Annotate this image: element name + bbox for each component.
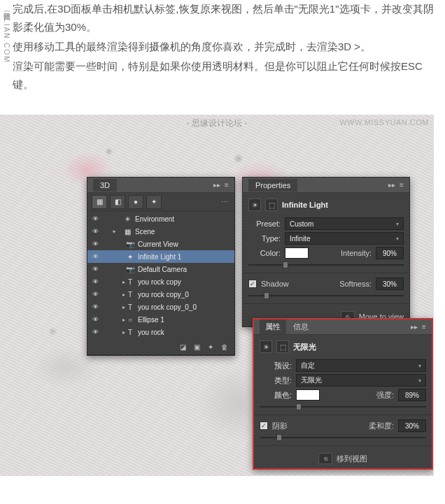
light-type-icon[interactable]: ☀	[260, 340, 272, 353]
scene-tree-row[interactable]: 👁☀Environment	[87, 213, 234, 225]
softness-slider[interactable]	[248, 292, 404, 299]
twist-icon[interactable]: ▾	[113, 229, 120, 235]
node-label: Default Camera	[138, 266, 187, 273]
properties-cn-body: ☀ ⬚ 无限光 预设: 自定▾ 类型: 无限光▾ 颜色: 强度: 89%	[254, 335, 432, 468]
new-light-icon[interactable]: ✦	[205, 342, 216, 353]
node-label: you rock	[138, 329, 164, 336]
node-type-icon: ☀	[122, 215, 132, 223]
intensity-slider[interactable]	[248, 261, 404, 268]
collapse-icon[interactable]: ▸▸	[409, 323, 419, 331]
panel-options-icon[interactable]: ⋯	[219, 196, 230, 208]
node-type-icon: 📷	[125, 240, 135, 248]
scene-tree-row[interactable]: 👁▸Tyou rock copy_0_0	[87, 301, 234, 313]
twist-icon[interactable]: ▸	[113, 279, 122, 285]
render-icon[interactable]: ▣	[191, 342, 202, 353]
node-label: Environment	[135, 215, 174, 223]
color-swatch-cn[interactable]	[296, 389, 320, 401]
node-label: Scene	[135, 228, 155, 236]
type-dropdown-cn[interactable]: 无限光▾	[296, 374, 426, 387]
coords-icon[interactable]: ⬚	[265, 199, 278, 211]
visibility-eye-icon[interactable]: 👁	[90, 303, 100, 310]
preset-dropdown[interactable]: Custom▾	[285, 217, 404, 230]
coords-icon[interactable]: ⬚	[276, 340, 289, 353]
paragraph: 渲染可能需要一些时间，特别是如果你使用透明材料。但是你可以阻止它任何时候按ESC…	[13, 57, 439, 94]
filter-light-button[interactable]: ✦	[146, 195, 162, 209]
tab-properties[interactable]: Properties	[248, 179, 297, 192]
visibility-eye-icon[interactable]: 👁	[90, 253, 100, 260]
filter-material-button[interactable]: ●	[128, 195, 143, 209]
collapse-icon[interactable]: ▸▸	[212, 181, 222, 189]
footer-icon[interactable]: ◪	[177, 342, 188, 353]
visibility-eye-icon[interactable]: 👁	[90, 266, 100, 273]
tab-3d[interactable]: 3D	[93, 179, 117, 192]
node-label: Current View	[138, 240, 178, 248]
panel-3d-toolbar: ▦ ◧ ● ✦ ⋯	[87, 193, 234, 211]
panel-3d[interactable]: 3D ▸▸ ≡ ▦ ◧ ● ✦ ⋯ 👁☀Environment👁▾▦Scene👁…	[87, 177, 235, 356]
preset-dropdown-cn[interactable]: 自定▾	[296, 359, 426, 372]
light-type-icon[interactable]: ☀	[248, 199, 261, 211]
visibility-eye-icon[interactable]: 👁	[90, 215, 100, 222]
menu-icon[interactable]: ≡	[397, 181, 407, 189]
twist-icon[interactable]: ▸	[113, 329, 122, 336]
url-watermark: WWW.MISSYUAN.COM	[339, 118, 429, 127]
tab-info-cn[interactable]: 信息	[288, 319, 314, 334]
type-dropdown[interactable]: Infinite▾	[285, 232, 404, 245]
collapse-icon[interactable]: ▸▸	[387, 181, 397, 189]
move-to-view-icon-cn[interactable]: ⎋	[318, 453, 332, 464]
node-label: you rock copy	[138, 278, 181, 286]
filter-mesh-button[interactable]: ◧	[110, 195, 125, 209]
node-type-icon: ○	[125, 316, 135, 324]
scene-tree-row[interactable]: 👁▸Tyou rock copy	[87, 275, 234, 288]
twist-icon[interactable]: ▸	[113, 317, 122, 323]
shadow-checkbox-cn[interactable]: ✓	[260, 422, 268, 430]
paragraph: 完成后,在3D面板单击相机默认标签,恢复原来视图，然后单击"无限光1"选项卡，并…	[13, 0, 439, 36]
scene-tree-row[interactable]: 👁▾▦Scene	[87, 225, 234, 238]
forum-watermark: - 思缘设计论坛 -	[187, 115, 248, 129]
node-type-icon: T	[125, 278, 135, 286]
filter-scene-button[interactable]: ▦	[92, 195, 107, 209]
intensity-input[interactable]: 90%	[376, 247, 404, 259]
type-label-cn: 类型:	[260, 375, 292, 386]
softness-input[interactable]: 30%	[376, 278, 404, 290]
menu-icon[interactable]: ≡	[419, 323, 429, 331]
panel-properties[interactable]: Properties ▸▸ ≡ ☀ ⬚ Infinite Light Prese…	[242, 177, 410, 327]
intensity-input-cn[interactable]: 89%	[398, 389, 426, 401]
visibility-eye-icon[interactable]: 👁	[90, 278, 100, 285]
twist-icon[interactable]: ▸	[113, 304, 122, 310]
scene-tree-row[interactable]: 👁📷Current View	[87, 238, 234, 250]
delete-icon[interactable]: 🗑	[219, 342, 230, 353]
scene-tree-row[interactable]: 👁✦Infinite Light 1	[87, 250, 234, 263]
panel-properties-cn-titlebar[interactable]: 属性 信息 ▸▸ ≡	[254, 319, 432, 335]
node-type-icon: ▦	[122, 228, 132, 236]
scene-tree-row[interactable]: 👁📷Default Camera	[87, 263, 234, 275]
menu-icon[interactable]: ≡	[222, 181, 232, 189]
node-type-icon: T	[125, 291, 135, 298]
intensity-slider-cn[interactable]	[260, 403, 426, 410]
intensity-label: Intensity:	[341, 249, 372, 257]
scene-tree-row[interactable]: 👁▸Tyou rock copy_0	[87, 288, 234, 301]
color-swatch[interactable]	[285, 247, 309, 259]
node-type-icon: T	[125, 329, 135, 336]
article-text: 完成后,在3D面板单击相机默认标签,恢复原来视图，然后单击"无限光1"选项卡，并…	[0, 0, 445, 94]
scene-tree-row[interactable]: 👁▸Tyou rock	[87, 326, 234, 338]
node-label: Ellipse 1	[138, 316, 164, 324]
panel-3d-titlebar[interactable]: 3D ▸▸ ≡	[87, 178, 234, 193]
visibility-eye-icon[interactable]: 👁	[90, 240, 100, 247]
tab-attributes-cn[interactable]: 属性	[260, 319, 286, 334]
color-label-cn: 颜色:	[260, 390, 292, 401]
panel-properties-titlebar[interactable]: Properties ▸▸ ≡	[243, 178, 409, 193]
visibility-eye-icon[interactable]: 👁	[90, 329, 100, 336]
node-label: you rock copy_0_0	[138, 303, 197, 311]
panel-properties-cn[interactable]: 属性 信息 ▸▸ ≡ ☀ ⬚ 无限光 预设: 自定▾ 类型: 无限光▾ 颜色:	[253, 318, 433, 470]
move-to-view-label-cn[interactable]: 移到视图	[337, 454, 367, 464]
softness-input-cn[interactable]: 30%	[398, 419, 426, 432]
scene-tree-row[interactable]: 👁▸○Ellipse 1	[87, 313, 234, 326]
twist-icon[interactable]: ▸	[113, 291, 122, 298]
visibility-eye-icon[interactable]: 👁	[90, 291, 100, 298]
shadow-checkbox[interactable]: ✓	[248, 280, 257, 288]
visibility-eye-icon[interactable]: 👁	[90, 228, 100, 235]
visibility-eye-icon[interactable]: 👁	[90, 316, 100, 323]
panel-3d-footer: ◪ ▣ ✦ 🗑	[87, 340, 234, 355]
softness-slider-cn[interactable]	[260, 434, 426, 441]
node-type-icon: 📷	[125, 266, 135, 273]
